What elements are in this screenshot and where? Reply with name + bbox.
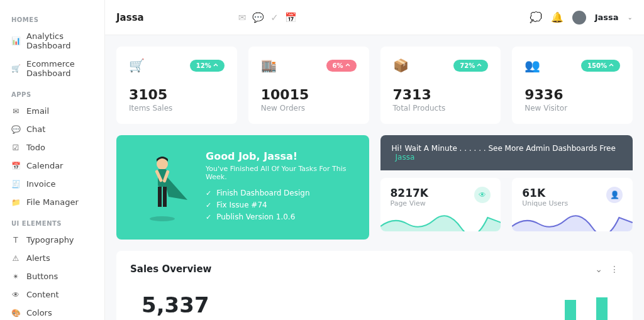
nav-label: Email [26, 106, 49, 116]
svg-point-1 [157, 158, 168, 170]
stat-label: Items Sales [129, 104, 225, 113]
section-label: HOMES [0, 8, 104, 27]
stat-badge: 6% [326, 60, 357, 72]
hero-task: Publish Version 1.0.6 [206, 212, 352, 221]
mini-label: Unique Users [522, 199, 568, 207]
nav-label: Todo [26, 143, 45, 152]
stat-card: 📦72% 7313Total Products [380, 47, 501, 124]
stat-label: New Orders [261, 104, 357, 113]
stat-badge: 150% [581, 60, 620, 72]
nav-icon: 🧾 [11, 180, 20, 189]
nav-icon: 🎨 [11, 309, 20, 317]
sidebar-item-todo[interactable]: ☑Todo [0, 138, 104, 157]
collapse-icon[interactable]: ⌄ [595, 264, 602, 274]
nav-icon: T [11, 236, 20, 245]
sales-overview-card: Sales Overview ⌄ ⋮ 5,337 [116, 251, 633, 320]
sidebar-item-alerts[interactable]: ⚠Alerts [0, 249, 104, 267]
nav-label: Buttons [26, 272, 58, 281]
brand: Jassa [116, 12, 144, 23]
sidebar-item-typography[interactable]: TTypography [0, 231, 104, 249]
nav-icon: 📊 [11, 36, 20, 45]
hero-title: Good Job, Jassa! [206, 150, 352, 162]
section-label: APPS [0, 82, 104, 102]
mini-value: 8217K [391, 187, 429, 199]
nav-icon: 🛒 [11, 64, 20, 73]
sales-big-number: 5,337 [142, 292, 619, 317]
sales-chart [565, 292, 608, 320]
nav-icon: 📅 [11, 162, 20, 170]
stat-label: Total Products [393, 104, 489, 113]
nav-label: Calendar [26, 161, 63, 170]
stat-value: 9336 [525, 87, 620, 102]
notice-banner: Hi! Wait A Minute . . . . . . See More A… [380, 135, 633, 170]
stat-card: 👥150% 9336New Visitor [512, 47, 633, 124]
stat-badge: 72% [453, 60, 488, 72]
mail-icon[interactable]: ✉ [238, 12, 247, 23]
hero-task: Finish Dashboard Design [206, 189, 352, 197]
nav-label: Typography [26, 235, 74, 245]
nav-icon: 📁 [11, 198, 20, 207]
stat-icon: 🏬 [261, 58, 277, 73]
chat-icon[interactable]: 💬 [252, 12, 264, 23]
more-icon[interactable]: ⋮ [610, 264, 619, 274]
mini-label: Page View [391, 199, 429, 207]
stat-icon: 👥 [525, 58, 540, 73]
nav-label: Chat [26, 124, 45, 134]
avatar[interactable] [572, 11, 586, 25]
stat-value: 10015 [261, 87, 357, 102]
sidebar-item-chat[interactable]: 💬Chat [0, 120, 104, 138]
sidebar-item-invoice[interactable]: 🧾Invoice [0, 175, 104, 193]
stat-badge: 12% [190, 60, 225, 72]
hero-task: Fix Issue #74 [206, 201, 352, 209]
sidebar-item-analytics-dashboard[interactable]: 📊Analytics Dashboard [0, 27, 104, 55]
svg-rect-4 [163, 187, 167, 207]
section-label: UI ELEMENTS [0, 211, 104, 231]
sidebar-item-content[interactable]: 👁Content [0, 285, 104, 304]
mini-icon: 👤 [606, 187, 623, 203]
stat-icon: 🛒 [129, 58, 145, 73]
sidebar-item-calendar[interactable]: 📅Calendar [0, 157, 104, 175]
stat-card: 🏬6% 10015New Orders [248, 47, 369, 124]
nav-icon: ✴ [11, 272, 20, 281]
superhero-illustration [134, 150, 191, 224]
nav-label: Ecommerce Dashboard [26, 59, 93, 78]
sidebar-item-file-manager[interactable]: 📁File Manager [0, 193, 104, 211]
nav-icon: ⚠ [11, 254, 20, 263]
stat-icon: 📦 [393, 58, 409, 73]
nav-icon: 👁 [11, 290, 20, 299]
check-icon[interactable]: ✓ [270, 12, 279, 23]
stat-value: 7313 [393, 87, 489, 102]
chat-balloon-icon[interactable]: 💭 [530, 11, 542, 23]
chevron-down-icon[interactable]: ⌄ [628, 14, 633, 21]
mini-icon: 👁 [474, 187, 491, 203]
mini-card: 61KUnique Users👤 [512, 178, 633, 231]
nav-label: Invoice [26, 179, 55, 189]
user-name[interactable]: Jassa [595, 13, 619, 22]
hero-card: Good Job, Jassa! You've Finished All Of … [116, 135, 369, 240]
stat-label: New Visitor [525, 104, 620, 113]
nav-icon: 💬 [11, 125, 20, 134]
nav-icon: ☑ [11, 143, 20, 152]
notice-link[interactable]: Jassa [396, 153, 415, 162]
stat-card: 🛒12% 3105Items Sales [116, 47, 237, 124]
nav-label: Alerts [26, 253, 50, 263]
svg-point-0 [150, 216, 175, 221]
mini-value: 61K [522, 187, 568, 199]
topbar: Jassa ✉ 💬 ✓ 📅 💭 🔔 Jassa ⌄ [105, 0, 644, 35]
bell-icon[interactable]: 🔔 [551, 11, 564, 23]
nav-label: Analytics Dashboard [26, 31, 93, 50]
notice-text: Hi! Wait A Minute . . . . . . See More A… [392, 144, 616, 153]
nav-label: Colors [26, 308, 52, 317]
sidebar-item-colors[interactable]: 🎨Colors [0, 304, 104, 320]
mini-card: 8217KPage View👁 [380, 178, 501, 231]
nav-icon: ✉ [11, 107, 20, 116]
stat-value: 3105 [129, 87, 225, 102]
sidebar: HOMES📊Analytics Dashboard🛒Ecommerce Dash… [0, 0, 105, 320]
nav-label: File Manager [26, 197, 79, 207]
sales-title: Sales Overview [130, 263, 211, 275]
calendar-icon[interactable]: 📅 [285, 12, 297, 23]
nav-label: Content [26, 290, 59, 299]
sidebar-item-ecommerce-dashboard[interactable]: 🛒Ecommerce Dashboard [0, 55, 104, 82]
sidebar-item-email[interactable]: ✉Email [0, 102, 104, 120]
sidebar-item-buttons[interactable]: ✴Buttons [0, 267, 104, 285]
